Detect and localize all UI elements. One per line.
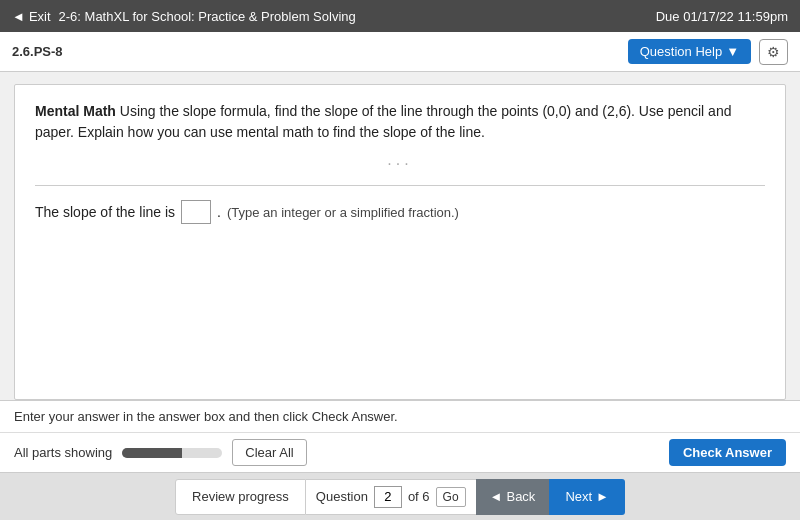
review-progress-button[interactable]: Review progress	[175, 479, 306, 515]
main-content: Mental Math Using the slope formula, fin…	[0, 72, 800, 472]
of-label: of 6	[408, 489, 430, 504]
sub-bar-right: Question Help ▼ ⚙	[628, 39, 788, 65]
question-help-label: Question Help	[640, 44, 722, 59]
top-bar: ◄ Exit 2-6: MathXL for School: Practice …	[0, 0, 800, 32]
back-button[interactable]: ◄ Back	[476, 479, 550, 515]
review-progress-label: Review progress	[192, 489, 289, 504]
question-number-input[interactable]	[374, 486, 402, 508]
back-arrow-icon: ◄	[12, 9, 25, 24]
question-label: Question	[316, 489, 368, 504]
check-answer-button[interactable]: Check Answer	[669, 439, 786, 466]
progress-bar-container	[122, 448, 222, 458]
question-card: Mental Math Using the slope formula, fin…	[14, 84, 786, 400]
settings-button[interactable]: ⚙	[759, 39, 788, 65]
status-bar: Enter your answer in the answer box and …	[0, 400, 800, 432]
dots-label: ···	[387, 155, 412, 172]
exit-label: Exit	[29, 9, 51, 24]
question-body: Using the slope formula, find the slope …	[35, 103, 731, 140]
answer-prefix: The slope of the line is	[35, 204, 175, 220]
bottom-nav: Review progress Question of 6 Go ◄ Back …	[0, 472, 800, 520]
answer-hint: (Type an integer or a simplified fractio…	[227, 205, 459, 220]
problem-id: 2.6.PS-8	[12, 44, 63, 59]
question-text: Mental Math Using the slope formula, fin…	[35, 101, 765, 143]
answer-period: .	[217, 204, 221, 220]
check-answer-label: Check Answer	[683, 445, 772, 460]
all-parts-label: All parts showing	[14, 445, 112, 460]
status-message: Enter your answer in the answer box and …	[14, 409, 398, 424]
answer-line: The slope of the line is . (Type an inte…	[35, 200, 765, 224]
exit-button[interactable]: ◄ Exit	[12, 9, 51, 24]
answer-input[interactable]	[181, 200, 211, 224]
go-button[interactable]: Go	[436, 487, 466, 507]
clear-all-label: Clear All	[245, 445, 293, 460]
top-bar-left: ◄ Exit 2-6: MathXL for School: Practice …	[12, 9, 356, 24]
parts-bar: All parts showing Clear All Check Answer	[0, 432, 800, 472]
question-help-button[interactable]: Question Help ▼	[628, 39, 751, 64]
back-arrow-icon: ◄	[490, 489, 503, 504]
next-arrow-icon: ►	[596, 489, 609, 504]
back-label: Back	[506, 489, 535, 504]
question-bold-part: Mental Math	[35, 103, 116, 119]
top-bar-title: 2-6: MathXL for School: Practice & Probl…	[59, 9, 356, 24]
gear-icon: ⚙	[767, 44, 780, 60]
progress-bar-fill	[122, 448, 182, 458]
question-nav-area: Question of 6 Go	[306, 479, 476, 515]
clear-all-button[interactable]: Clear All	[232, 439, 306, 466]
sub-bar: 2.6.PS-8 Question Help ▼ ⚙	[0, 32, 800, 72]
divider-dots: ···	[35, 155, 765, 173]
go-label: Go	[443, 490, 459, 504]
due-date: Due 01/17/22 11:59pm	[656, 9, 788, 24]
dropdown-arrow-icon: ▼	[726, 44, 739, 59]
parts-bar-left: All parts showing Clear All	[14, 439, 307, 466]
next-label: Next	[565, 489, 592, 504]
next-button[interactable]: Next ►	[549, 479, 625, 515]
